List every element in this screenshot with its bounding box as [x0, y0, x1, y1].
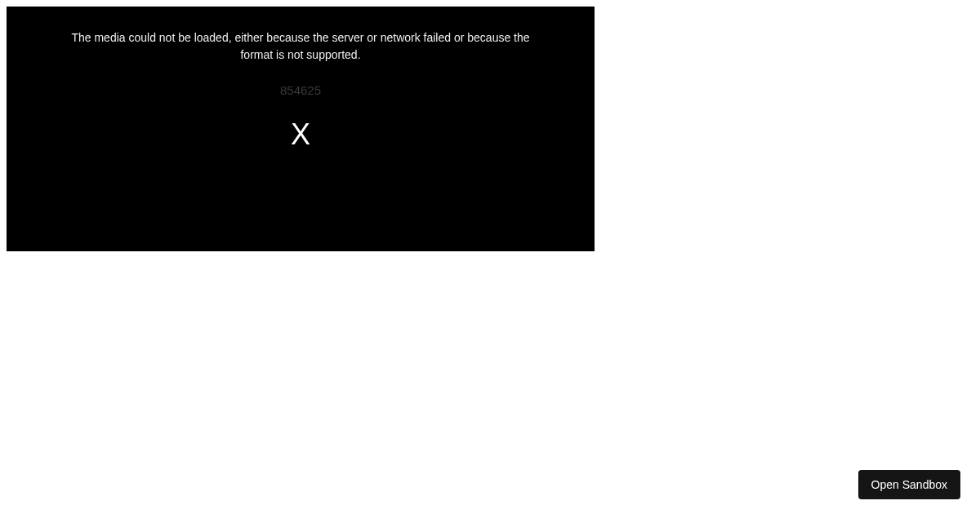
media-error-message: The media could not be loaded, either be… — [39, 29, 562, 64]
media-error-code: 854625 — [280, 83, 321, 97]
open-sandbox-button[interactable]: Open Sandbox — [858, 470, 960, 499]
close-icon[interactable]: X — [291, 120, 310, 149]
video-player: The media could not be loaded, either be… — [7, 7, 595, 251]
